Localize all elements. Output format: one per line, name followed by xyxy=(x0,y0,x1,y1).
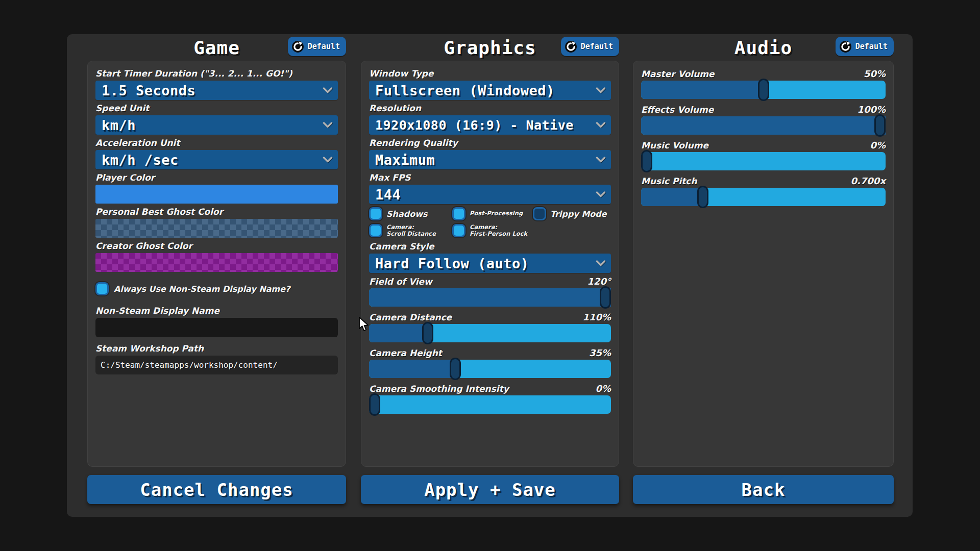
chevron-down-icon xyxy=(596,191,606,197)
non-steam-name-checkbox[interactable] xyxy=(95,282,109,295)
post-processing-label: Post-Processing xyxy=(470,210,523,217)
master-volume-label: Master Volume xyxy=(641,69,715,79)
game-panel: Start Timer Duration ("3... 2... 1... GO… xyxy=(87,61,346,467)
acceleration-unit-dropdown[interactable]: km/h /sec xyxy=(95,150,338,169)
reset-icon xyxy=(839,40,852,53)
graphics-header: Graphics Default xyxy=(361,34,619,61)
music-pitch-slider[interactable] xyxy=(641,188,886,206)
resolution-label: Resolution xyxy=(369,103,421,113)
game-header: Game Default xyxy=(87,34,346,61)
camera-height-label: Camera Height xyxy=(369,348,442,358)
rendering-quality-label: Rendering Quality xyxy=(369,138,458,148)
camera-smoothing-slider[interactable] xyxy=(369,395,611,414)
camera-distance-label: Camera Distance xyxy=(369,312,452,322)
camera-height-value: 35% xyxy=(589,347,611,358)
creator-ghost-color-swatch[interactable] xyxy=(95,253,338,272)
start-timer-dropdown[interactable]: 1.5 Seconds xyxy=(95,81,338,100)
music-pitch-value: 0.700x xyxy=(850,176,886,186)
audio-panel: Master Volume 50% Effects Volume 100% xyxy=(633,61,894,467)
creator-ghost-color-label: Creator Ghost Color xyxy=(95,241,192,251)
music-volume-value: 0% xyxy=(870,140,886,151)
effects-volume-slider-fill xyxy=(641,116,886,135)
chevron-down-icon xyxy=(596,122,606,128)
fov-slider-handle[interactable] xyxy=(600,286,611,309)
workshop-path-input[interactable] xyxy=(95,356,338,374)
game-default-button[interactable]: Default xyxy=(288,37,346,56)
pb-ghost-color-label: Personal Best Ghost Color xyxy=(95,207,223,217)
camera-scroll-distance-label: Camera:Scroll Distance xyxy=(386,224,436,237)
pb-ghost-color-swatch[interactable] xyxy=(95,219,338,238)
post-processing-checkbox[interactable] xyxy=(452,207,465,220)
camera-distance-slider-fill xyxy=(369,324,425,342)
window-type-label: Window Type xyxy=(369,68,434,79)
graphics-default-button[interactable]: Default xyxy=(561,37,619,56)
speed-unit-dropdown[interactable]: km/h xyxy=(95,115,338,135)
display-name-input[interactable] xyxy=(95,318,338,337)
fov-slider[interactable] xyxy=(369,288,611,307)
master-volume-slider[interactable] xyxy=(641,81,886,99)
camera-height-slider-fill xyxy=(369,360,454,378)
workshop-path-label: Steam Workshop Path xyxy=(95,343,204,354)
non-steam-name-checkbox-label: Always Use Non-Steam Display Name? xyxy=(114,284,290,294)
camera-distance-slider-handle[interactable] xyxy=(422,322,433,344)
start-timer-value: 1.5 Seconds xyxy=(102,83,195,98)
music-pitch-slider-handle[interactable] xyxy=(697,186,708,208)
camera-style-dropdown[interactable]: Hard Follow (auto) xyxy=(369,254,611,273)
chevron-down-icon xyxy=(596,260,606,266)
camera-distance-slider[interactable] xyxy=(369,324,611,342)
fov-value: 120° xyxy=(587,276,611,287)
camera-height-slider-handle[interactable] xyxy=(450,358,461,380)
apply-save-button[interactable]: Apply + Save xyxy=(361,475,619,504)
acceleration-unit-label: Acceleration Unit xyxy=(95,138,180,148)
cancel-changes-button[interactable]: Cancel Changes xyxy=(87,475,346,504)
rendering-quality-value: Maximum xyxy=(375,152,435,168)
camera-style-value: Hard Follow (auto) xyxy=(375,256,529,271)
graphics-toggles: Shadows Post-Processing Trippy Mode Came… xyxy=(369,207,611,237)
graphics-default-label: Default xyxy=(581,42,613,51)
camera-scroll-distance-checkbox[interactable] xyxy=(369,224,382,237)
camera-first-person-lock-checkbox[interactable] xyxy=(452,224,465,237)
shadows-label: Shadows xyxy=(386,209,427,219)
fov-slider-fill xyxy=(369,288,611,307)
camera-smoothing-value: 0% xyxy=(595,383,611,394)
settings-screen: Game Default Start Timer Duration ("3...… xyxy=(0,0,980,551)
audio-column: Audio Default Master Volume 50% xyxy=(633,34,894,517)
camera-smoothing-slider-handle[interactable] xyxy=(369,393,380,416)
reset-icon xyxy=(565,40,577,53)
reset-icon xyxy=(291,40,304,53)
camera-style-label: Camera Style xyxy=(369,241,434,252)
effects-volume-slider-handle[interactable] xyxy=(874,114,886,137)
chevron-down-icon xyxy=(596,87,606,93)
rendering-quality-dropdown[interactable]: Maximum xyxy=(369,150,611,169)
back-button[interactable]: Back xyxy=(633,475,894,504)
master-volume-slider-fill xyxy=(641,81,764,99)
chevron-down-icon xyxy=(323,87,333,93)
effects-volume-slider[interactable] xyxy=(641,116,886,135)
audio-default-button[interactable]: Default xyxy=(836,37,894,56)
resolution-dropdown[interactable]: 980x551 (16:9) - Native xyxy=(369,115,611,135)
max-fps-label: Max FPS xyxy=(369,172,411,183)
graphics-panel: Window Type Fullscreen (Windowed) Resolu… xyxy=(361,61,619,467)
music-volume-slider[interactable] xyxy=(641,152,886,170)
cursor-icon xyxy=(357,316,370,333)
speed-unit-label: Speed Unit xyxy=(95,103,149,113)
music-pitch-label: Music Pitch xyxy=(641,176,697,186)
trippy-mode-checkbox[interactable] xyxy=(533,207,546,220)
master-volume-slider-handle[interactable] xyxy=(758,79,769,101)
settings-container: Game Default Start Timer Duration ("3...… xyxy=(67,34,913,517)
game-default-label: Default xyxy=(308,42,340,51)
window-type-value: Fullscreen (Windowed) xyxy=(375,83,555,98)
speed-unit-value: km/h xyxy=(102,117,136,133)
music-volume-slider-handle[interactable] xyxy=(641,150,652,172)
chevron-down-icon xyxy=(596,157,606,163)
audio-header: Audio Default xyxy=(633,34,894,61)
effects-volume-value: 100% xyxy=(857,104,886,115)
camera-height-slider[interactable] xyxy=(369,360,611,378)
graphics-column: Graphics Default Window Type Fullscreen … xyxy=(361,34,619,517)
window-type-dropdown[interactable]: Fullscreen (Windowed) xyxy=(369,81,611,100)
start-timer-label: Start Timer Duration ("3... 2... 1... GO… xyxy=(95,68,292,79)
shadows-checkbox[interactable] xyxy=(369,207,382,220)
player-color-label: Player Color xyxy=(95,172,155,183)
player-color-swatch[interactable] xyxy=(95,185,338,204)
max-fps-dropdown[interactable]: 144 xyxy=(369,185,611,204)
